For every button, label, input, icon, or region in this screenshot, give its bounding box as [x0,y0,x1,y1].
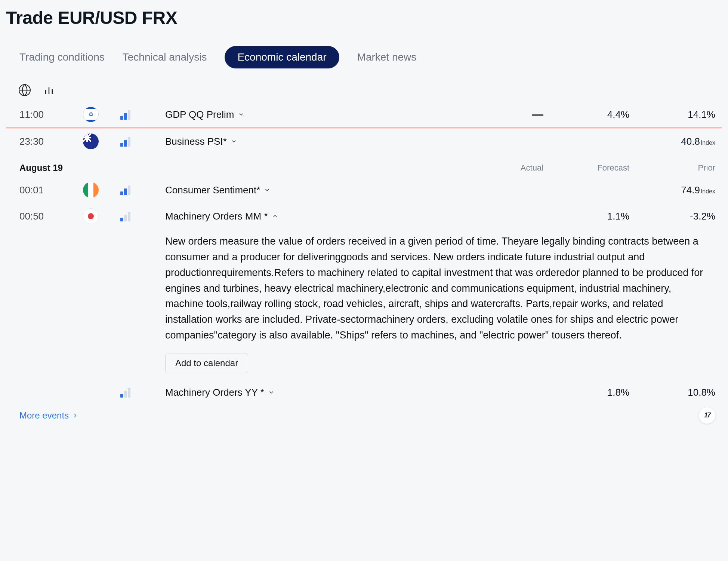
tab-bar: Trading conditions Technical analysis Ec… [6,46,722,68]
event-description: New orders measure the value of orders r… [165,234,709,343]
chevron-right-icon [72,412,78,419]
chevron-down-icon [231,138,237,145]
page-title: Trade EUR/USD FRX [6,7,722,28]
impact-indicator-icon [120,387,165,398]
date-header: August 19 Actual Forecast Prior [6,154,722,177]
country-flag: ✡ [83,107,120,122]
calendar-footer: More events 17 [6,404,722,424]
col-prior-label: Prior [629,163,715,173]
event-name-text: GDP QQ Prelim [165,109,234,120]
forecast-value: 1.1% [543,211,629,222]
calendar-row[interactable]: 00:50 Machinery Orders MM * 1.1% -3.2% [6,203,722,226]
impact-indicator-icon [120,109,165,120]
tab-economic-calendar[interactable]: Economic calendar [225,46,339,68]
prior-value: 14.1% [629,109,715,120]
bar-chart-icon[interactable] [43,85,55,97]
chevron-up-icon [272,213,278,220]
event-name[interactable]: Machinery Orders MM * [165,211,457,222]
event-name[interactable]: Machinery Orders YY * [165,387,457,398]
more-events-link[interactable]: More events [19,410,78,421]
country-flag [83,182,120,198]
prior-value: 74.9Index [629,184,715,196]
tab-market-news[interactable]: Market news [357,51,417,63]
forecast-value: 4.4% [543,109,629,120]
col-actual-label: Actual [457,163,543,173]
event-name-text: Business PSI* [165,136,227,147]
impact-indicator-icon [120,136,165,147]
event-name[interactable]: Consumer Sentiment* [165,184,457,196]
event-name-text: Machinery Orders YY * [165,387,264,398]
event-time: 11:00 [19,109,83,120]
date-label: August 19 [19,163,457,173]
event-name[interactable]: Business PSI* [165,136,457,147]
event-expanded: New orders measure the value of orders r… [6,226,722,381]
event-time: 00:01 [19,184,83,196]
chevron-down-icon [264,187,271,193]
tab-technical-analysis[interactable]: Technical analysis [123,51,207,63]
flag-ie-icon [83,182,99,198]
globe-icon[interactable] [18,83,31,98]
prior-value: 40.8Index [629,136,715,147]
event-time: 00:50 [19,211,83,222]
forecast-value: 1.8% [543,387,629,398]
calendar-row[interactable]: 00:01 Consumer Sentiment* 74.9Index [6,177,722,203]
calendar-toolbar [6,83,722,98]
prior-value: 10.8% [629,387,715,398]
calendar-row[interactable]: 11:00 ✡ GDP QQ Prelim — 4.4% 14.1% [6,101,722,128]
country-flag [83,208,120,224]
flag-jp-icon [83,208,99,224]
country-flag [83,134,120,149]
flag-nz-icon [83,134,99,149]
event-name-text: Consumer Sentiment* [165,184,260,196]
impact-indicator-icon [120,185,165,195]
tab-trading-conditions[interactable]: Trading conditions [19,51,105,63]
add-to-calendar-button[interactable]: Add to calendar [165,353,248,373]
flag-il-icon: ✡ [83,107,99,122]
chevron-down-icon [268,389,275,396]
calendar-row[interactable]: Machinery Orders YY * 1.8% 10.8% [6,381,722,404]
event-name[interactable]: GDP QQ Prelim [165,109,457,120]
event-time: 23:30 [19,136,83,147]
event-name-text: Machinery Orders MM * [165,211,268,222]
prior-value: -3.2% [629,211,715,222]
actual-value: — [457,108,543,121]
impact-indicator-icon [120,211,165,221]
chevron-down-icon [238,111,244,118]
calendar-row[interactable]: 23:30 Business PSI* 40.8Index [6,128,722,154]
col-forecast-label: Forecast [543,163,629,173]
tradingview-badge-icon[interactable]: 17 [699,407,715,424]
